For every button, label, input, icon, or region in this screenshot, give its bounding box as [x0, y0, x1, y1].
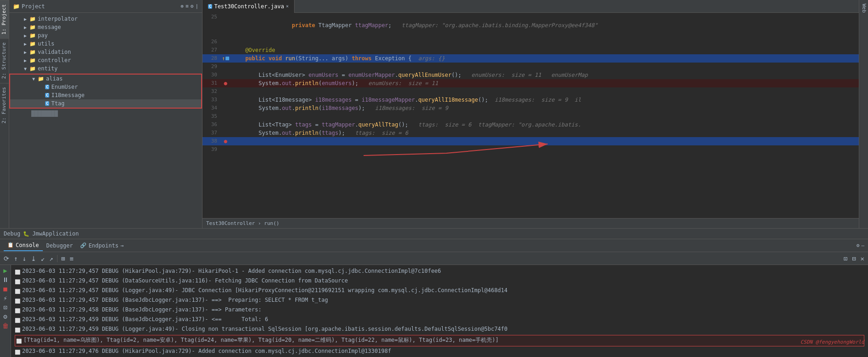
scroll-down-btn[interactable]: ↓ [20, 254, 28, 263]
console-line: ⬜ 2023-06-03 11:27:29,459 DEBUG (Logger.… [15, 325, 864, 334]
right-sidebar: Web [859, 0, 868, 228]
assign: = [352, 97, 362, 103]
out-field2: out [282, 105, 292, 111]
error-icon-38: ● [224, 137, 227, 145]
tab-console[interactable]: 📋 Console [4, 240, 43, 251]
sidebar-tab-project[interactable]: 1: Project [0, 0, 9, 38]
project-panel: 📁 Project ⊕ ≡ ⚙ | ▶ 📁 interpol [9, 0, 203, 228]
tab-endpoints[interactable]: 🔗 Endpoints → [76, 241, 127, 251]
line-number: 30 [203, 71, 221, 79]
debug-label-bar: Debug 🐛 JmwApplication [0, 229, 868, 239]
delete-btn[interactable]: 🗑 [2, 322, 9, 329]
tree-item-controller[interactable]: ▶ 📁 controller [9, 56, 202, 64]
sidebar-tab-structure[interactable]: 2: Structure [0, 38, 9, 82]
tree-item-ttag[interactable]: C Ttag [10, 99, 201, 108]
code-line-38: 38 ● [203, 137, 859, 145]
view-btn[interactable]: ⊞ [59, 254, 67, 263]
tree-item-enumuser[interactable]: C EnumUser [10, 83, 201, 91]
endpoints-label: Endpoints [88, 242, 118, 249]
line-number: 28 [203, 54, 221, 63]
arrow-icon: ▶ [24, 17, 29, 22]
tree-item-entity[interactable]: ▼ 📁 entity [9, 64, 202, 73]
tree-item-interpolator[interactable]: ▶ 📁 interpolator [9, 15, 202, 23]
var-enumusers2: enumUsers [322, 80, 352, 86]
type-name: TtagMapper [318, 22, 355, 29]
panel-title: 📁 Project [13, 3, 45, 10]
line-gutter-38: ● [221, 137, 230, 145]
console-line: ⬜ 2023-06-03 11:27:29,457 DEBUG (BaseJdb… [15, 296, 864, 305]
line-content [230, 38, 859, 46]
folder-icon-interpolator: 📁 [29, 16, 36, 22]
line-content: System.out.println(enumUsers); enumUsers… [230, 79, 859, 87]
expand-btn[interactable]: ⊟ [850, 254, 857, 263]
paren-close: ); [359, 105, 365, 111]
tree-item-message[interactable]: ▶ 📁 message [9, 23, 202, 31]
out-field: out [282, 80, 292, 86]
sidebar-tab-favorites[interactable]: 2: Favorites [0, 83, 9, 127]
console-text: 2023-06-03 11:27:29,459 DEBUG (Logger.ja… [22, 325, 508, 333]
code-line-39: 39 [203, 145, 859, 154]
editor-area: C Test30Controller.java × 25 private Tta… [203, 0, 859, 228]
line-content: List<Ttag> ttags = ttagMapper.queryAllTt… [230, 121, 859, 129]
keyword-throws: throws [352, 55, 375, 62]
bottom-tabs-bar: 📋 Console Debugger 🔗 Endpoints → ⚙ — [0, 239, 868, 252]
paren-close: ); [352, 80, 358, 86]
settings-icon-bottom[interactable]: ⚙ [856, 242, 860, 248]
disconnect-btn[interactable]: ⚡ [3, 294, 7, 302]
settings-btn[interactable]: ⚙ [3, 313, 7, 320]
filter-btn[interactable]: ≡ [68, 254, 75, 263]
line-number: 27 [203, 46, 221, 54]
line-gutter-28: ↑ [221, 54, 230, 63]
sidebar-toggle-btn[interactable]: ⊡ [842, 254, 849, 263]
tree-item-alias[interactable]: ▼ 📁 alias [10, 75, 201, 83]
tab-debugger[interactable]: Debugger [43, 241, 77, 251]
hint-text: i18messages: size = 9 [365, 105, 448, 111]
scroll-up-btn[interactable]: ↑ [12, 254, 19, 263]
tab-test30controller[interactable]: C Test30Controller.java × [203, 0, 295, 13]
console-output[interactable]: ⬜ 2023-06-03 11:27:29,457 DEBUG (HikariP… [11, 265, 868, 357]
tree-item-i18message[interactable]: C I18message [10, 91, 201, 99]
line-number: 37 [203, 129, 221, 137]
sync-icon[interactable]: ⊕ [181, 3, 184, 9]
tree-item-blurred[interactable]: ████████ [9, 109, 202, 118]
close-icon-bottom[interactable]: — [861, 242, 864, 248]
tree-label: interpolator [38, 16, 78, 22]
tree-item-utils[interactable]: ▶ 📁 utils [9, 40, 202, 48]
code-line-35: 35 [203, 112, 859, 121]
sort-icon[interactable]: ≡ [185, 3, 189, 9]
debugger-label: Debugger [46, 242, 73, 249]
var-mapper: enumUserMapper [348, 72, 395, 78]
error-icon: ● [224, 79, 227, 87]
step-over-btn[interactable]: ⤓ [29, 254, 38, 263]
line-number: 29 [203, 63, 221, 71]
play-btn[interactable]: ▶ [3, 267, 7, 274]
code-container[interactable]: 25 private TtagMapper ttagMapper; ttagMa… [203, 13, 859, 218]
angle: < [272, 121, 275, 128]
toolbar-sep [57, 255, 58, 262]
stop-btn[interactable]: ■ [3, 285, 7, 293]
tab-close-btn[interactable]: × [286, 4, 289, 9]
folder-icon-message: 📁 [29, 24, 36, 30]
close-btn-toolbar[interactable]: ✕ [859, 254, 866, 263]
step-into-btn[interactable]: ↙ [39, 254, 46, 263]
line-icon: ⬜ [15, 288, 20, 296]
pin-icon[interactable]: | [195, 3, 198, 9]
tree-item-validation[interactable]: ▶ 📁 validation [9, 48, 202, 56]
folder-icon-alias: 📁 [38, 76, 44, 82]
paren-close: ) [345, 55, 352, 62]
dump-threads-btn[interactable]: ⊡ [3, 304, 7, 311]
println-method: println [295, 80, 318, 86]
debug-text: Debug [4, 230, 20, 237]
tree-item-pay[interactable]: ▶ 📁 pay [9, 31, 202, 40]
step-out-btn[interactable]: ↗ [47, 254, 55, 263]
console-line: ⬜ 2023-06-03 11:27:29,457 DEBUG (DataSou… [15, 276, 864, 286]
system-class: System [259, 80, 278, 86]
code-line-31: 31 ● System.out.println(enumUsers); enum… [203, 79, 859, 87]
parens: (); [478, 97, 488, 103]
app-icon: 🐛 [23, 231, 29, 237]
settings-icon[interactable]: ⚙ [191, 3, 194, 9]
right-tab-web[interactable]: Web [859, 0, 868, 17]
pause-btn[interactable]: ⏸ [2, 276, 9, 283]
rerun-btn[interactable]: ⟳ [2, 254, 11, 263]
code-lines: 25 private TtagMapper ttagMapper; ttagMa… [203, 13, 859, 154]
